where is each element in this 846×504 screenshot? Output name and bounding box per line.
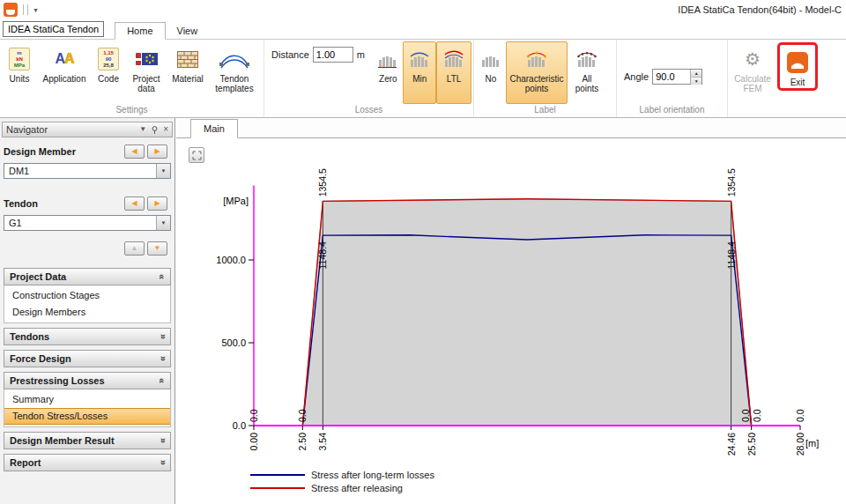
material-button[interactable]: Material (167, 41, 208, 104)
stress-chart: 0.0500.01000.00.002.503.5424.4625.5028.0… (176, 138, 846, 466)
tendon-value: G1 (9, 218, 22, 228)
nav-item-construction-stages[interactable]: Construction Stages (4, 287, 170, 304)
svg-text:1354.5: 1354.5 (726, 168, 737, 196)
distance-unit: m (357, 49, 365, 60)
nav-item-summary[interactable]: Summary (4, 391, 170, 408)
ribbon-group-settings: m kN MPa Units AA Application 1,15 90 25… (0, 40, 264, 117)
nav-section-design-member-result[interactable]: Design Member Result « (4, 432, 171, 449)
losses-min-button[interactable]: Min (403, 41, 436, 104)
navigator-title: Navigator (6, 124, 48, 135)
legend-label: Stress after releasing (311, 483, 403, 493)
legend-line-swatch (250, 487, 305, 489)
ribbon-tab-row: IDEA StatiCa Tendon Home View (0, 19, 846, 40)
nav-section-report[interactable]: Report « (4, 454, 171, 471)
units-button[interactable]: m kN MPa Units (2, 41, 37, 104)
code-button[interactable]: 1,15 90 25,8 Code (92, 41, 125, 104)
tendon-templates-button[interactable]: Tendon templates (208, 41, 261, 104)
navigator-panel: Navigator ▼ × Design Member ◀ ▶ DM1 ▼ Te… (0, 118, 175, 504)
main-tab-strip: Main (176, 118, 846, 138)
group-label-orientation: Label orientation (617, 104, 727, 117)
tab-main[interactable]: Main (190, 119, 238, 138)
nav-section-tendons[interactable]: Tendons « (4, 328, 171, 345)
losses-ltl-button[interactable]: LTL (436, 41, 471, 104)
application-menu-button[interactable]: IDEA StatiCa Tendon (3, 21, 104, 37)
units-icon: m kN MPa (9, 48, 30, 70)
chevron-double-down-icon: « (157, 460, 167, 465)
tendon-templates-icon (219, 49, 249, 69)
nav-section-project-data[interactable]: Project Data « (4, 268, 171, 285)
panel-menu-icon[interactable]: ▼ (139, 126, 146, 133)
losses-zero-button[interactable]: Zero (373, 41, 403, 104)
application-settings-button[interactable]: AA Application (37, 41, 92, 104)
move-up-button[interactable]: ▲ (124, 241, 145, 256)
project-data-icon (135, 50, 159, 68)
titlebar: ▼ IDEA StatiCa Tendon(64bit) - Model-C (0, 0, 846, 19)
pin-icon[interactable] (151, 126, 159, 134)
nav-item-design-members[interactable]: Design Members (4, 304, 170, 321)
gear-icon: ⚙ (745, 50, 761, 68)
chevron-down-icon[interactable]: ▼ (156, 216, 170, 230)
angle-input[interactable] (653, 70, 690, 84)
prev-design-member-button[interactable]: ◀ (124, 145, 145, 159)
chevron-double-down-icon: « (157, 356, 167, 361)
svg-text:28.00: 28.00 (795, 433, 805, 456)
exit-idea-icon (786, 51, 809, 74)
tab-view[interactable]: View (166, 23, 210, 39)
quick-access-separator (23, 4, 24, 15)
ltl-losses-icon (443, 48, 464, 70)
svg-text:500.0: 500.0 (221, 337, 246, 348)
close-icon[interactable]: × (163, 125, 168, 134)
move-down-button[interactable]: ▼ (147, 241, 167, 256)
spin-up-icon[interactable]: ▲ (691, 70, 701, 78)
quick-access-dropdown-icon[interactable]: ▼ (33, 7, 39, 13)
min-losses-icon (409, 48, 430, 70)
main-area: Main 0.0500.01000.00.002.503.5424.4625.5… (176, 118, 846, 504)
legend-item: Stress after long-term losses (250, 468, 434, 481)
svg-text:1354.5: 1354.5 (317, 168, 328, 196)
chevron-down-icon[interactable]: ▼ (156, 164, 170, 178)
distance-input[interactable] (313, 47, 353, 63)
legend-line-swatch (250, 474, 305, 476)
tab-home[interactable]: Home (115, 22, 165, 40)
ribbon-group-losses: Distance m Zero Min (264, 40, 474, 117)
exit-button[interactable]: Exit (780, 45, 815, 88)
distance-label: Distance (271, 49, 309, 60)
project-data-button[interactable]: Project data (125, 41, 167, 104)
arrow-right-icon: ▶ (154, 148, 160, 155)
angle-spinner[interactable]: ▲ ▼ (652, 69, 702, 85)
material-brick-icon (177, 51, 198, 68)
ribbon: m kN MPa Units AA Application 1,15 90 25… (0, 40, 846, 118)
nav-item-tendon-stress-losses[interactable]: Tendon Stress/Losses (4, 408, 170, 425)
design-member-label: Design Member (4, 146, 76, 157)
nav-section-prestressing-losses[interactable]: Prestressing Losses « (4, 372, 171, 389)
svg-text:25.50: 25.50 (746, 433, 757, 456)
svg-text:0.0: 0.0 (795, 409, 805, 422)
chart-legend: Stress after long-term losses Stress aft… (250, 468, 434, 494)
next-tendon-button[interactable]: ▶ (147, 196, 167, 211)
app-logo-icon[interactable] (4, 3, 18, 17)
chevron-double-up-icon: « (157, 378, 167, 383)
code-icon: 1,15 90 25,8 (98, 48, 119, 70)
label-all-points-button[interactable]: All points (568, 41, 606, 104)
prev-tendon-button[interactable]: ◀ (124, 196, 145, 211)
legend-label: Stress after long-term losses (311, 470, 434, 480)
spin-down-icon[interactable]: ▼ (691, 78, 701, 85)
chevron-double-down-icon: « (157, 334, 167, 339)
svg-text:0.00: 0.00 (249, 433, 259, 451)
label-characteristic-points-button[interactable]: Characteristic points (506, 41, 568, 104)
design-member-select[interactable]: DM1 ▼ (4, 163, 171, 179)
zero-losses-icon (377, 48, 398, 70)
next-design-member-button[interactable]: ▶ (147, 145, 167, 159)
tendon-label: Tendon (4, 198, 38, 209)
chevron-double-down-icon: « (157, 438, 167, 443)
application-icon: AA (55, 51, 73, 67)
nav-section-force-design[interactable]: Force Design « (4, 350, 171, 367)
arrow-right-icon: ▶ (154, 200, 160, 207)
tendon-select[interactable]: G1 ▼ (4, 215, 171, 231)
calculate-fem-button[interactable]: ⚙ Calculate FEM (730, 41, 776, 104)
label-no-button[interactable]: No (476, 41, 506, 104)
svg-text:0.0: 0.0 (249, 409, 259, 422)
group-label-losses: Losses (264, 104, 473, 117)
svg-text:1148.4: 1148.4 (726, 241, 737, 269)
ribbon-group-actions: ⚙ Calculate FEM Exit (728, 40, 846, 117)
